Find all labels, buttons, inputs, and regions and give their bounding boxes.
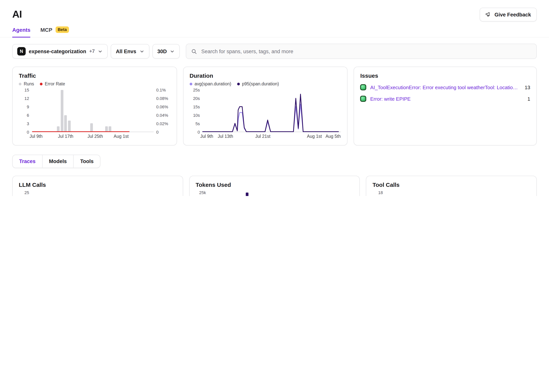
legend-label: p95(span.duration) xyxy=(242,82,279,86)
traffic-chart: 151296300.1%0.08%0.06%0.04%0.02%0Jul 9th… xyxy=(19,90,170,140)
y-tick-label: 9 xyxy=(27,105,29,109)
plot-area xyxy=(32,90,153,132)
legend-entry: Runs xyxy=(19,82,34,86)
issues-card-title: Issues xyxy=(360,72,530,79)
legend-dot xyxy=(189,83,192,85)
duration-card-title: Duration xyxy=(189,72,341,79)
llm-calls-card: LLM Calls 2520151050Jul 9thJul 13thJul 2… xyxy=(12,176,183,196)
x-tick-label: Jul 25th xyxy=(87,134,103,139)
tool-calls-chart: 1815129630Jul 9thJul 13thJul 21stAug 1st… xyxy=(373,193,530,196)
legend-entry: Error Rate xyxy=(40,82,65,86)
tab-models[interactable]: Models xyxy=(43,155,74,168)
chart-plot-row: 25s20s15s10s5s0 xyxy=(189,90,341,132)
project-name: expense-categorization xyxy=(29,49,86,54)
y-tick-label: 10s xyxy=(193,113,200,118)
env-selector-label: All Envs xyxy=(116,49,136,54)
chart-plot-row: 25k20k15k10k5k0 xyxy=(196,193,353,196)
chevron-down-icon xyxy=(98,49,103,54)
legend-dot xyxy=(237,83,240,85)
traffic-legend: RunsError Rate xyxy=(19,82,170,86)
tab-agents[interactable]: Agents xyxy=(12,27,30,37)
time-range-selector[interactable]: 30D xyxy=(152,44,180,59)
axis-spacer xyxy=(153,134,170,140)
y-axis: 2520151050 xyxy=(19,193,32,196)
x-tick-label: Jul 13th xyxy=(218,134,233,139)
y-tick-label-right: 0.04% xyxy=(156,113,168,118)
issue-link[interactable]: Error: write EPIPE xyxy=(370,96,521,102)
y-tick-label-right: 0.06% xyxy=(156,105,168,109)
plot-area xyxy=(385,193,530,196)
legend-label: Error Rate xyxy=(45,82,65,86)
chart-plot-row: 151296300.1%0.08%0.06%0.04%0.02%0 xyxy=(19,90,170,132)
detail-tabs: Traces Models Tools xyxy=(12,155,100,168)
issue-link[interactable]: AI_ToolExecutionError: Error executing t… xyxy=(370,84,518,90)
y-tick-label-right: 0.02% xyxy=(156,121,168,126)
page-header: AI Give Feedback xyxy=(0,0,549,20)
project-selector[interactable]: N expense-categorization +7 xyxy=(12,44,108,59)
issues-card: Issues AI_ToolExecutionError: Error exec… xyxy=(354,67,537,146)
x-axis: Jul 9thJul 17thJul 25thAug 1st xyxy=(19,134,170,140)
megaphone-icon xyxy=(485,12,491,18)
project-icon: N xyxy=(17,47,26,56)
y-tick-label: 0 xyxy=(198,130,200,134)
time-range-label: 30D xyxy=(157,49,167,54)
y-tick-label: 12 xyxy=(25,96,29,101)
issue-count: 1 xyxy=(528,96,530,102)
y-tick-label: 0 xyxy=(27,130,29,134)
y-tick-label: 20s xyxy=(193,96,200,101)
main-tabs: Agents MCP Beta xyxy=(0,26,549,37)
legend-label: Runs xyxy=(24,82,34,86)
x-tick-label: Jul 9th xyxy=(29,134,43,139)
give-feedback-label: Give Feedback xyxy=(494,12,531,17)
detail-tabs-wrap: Traces Models Tools xyxy=(12,155,537,168)
traffic-card: Traffic RunsError Rate 151296300.1%0.08%… xyxy=(12,67,177,146)
chart-line-Error Rate xyxy=(32,90,153,132)
issue-row[interactable]: Error: write EPIPE1 xyxy=(360,96,530,102)
project-extra-count: +7 xyxy=(89,49,95,54)
tokens-used-card: Tokens Used 25k20k15k10k5k0Jul 9thJul 13… xyxy=(189,176,360,196)
issue-icon xyxy=(360,96,366,102)
tool-calls-card-title: Tool Calls xyxy=(373,182,530,188)
y-tick-label: 15s xyxy=(193,105,200,109)
duration-chart: 25s20s15s10s5s0Jul 9thJul 13thJul 21stAu… xyxy=(189,90,341,140)
tab-traces[interactable]: Traces xyxy=(13,155,43,168)
search-icon xyxy=(191,49,197,54)
tab-mcp-label: MCP xyxy=(40,27,52,33)
y-tick-label: 3 xyxy=(27,121,29,126)
env-selector[interactable]: All Envs xyxy=(111,44,150,59)
y-axis: 25k20k15k10k5k0 xyxy=(196,193,209,196)
ai-dashboard: AI Give Feedback Agents MCP Beta N expen… xyxy=(0,0,549,196)
tab-mcp[interactable]: MCP Beta xyxy=(40,26,69,37)
issues-list: AI_ToolExecutionError: Error executing t… xyxy=(360,84,530,102)
metric-cards: LLM Calls 2520151050Jul 9thJul 13thJul 2… xyxy=(12,176,537,196)
page-title: AI xyxy=(12,8,537,20)
y-tick-label-right: 0.1% xyxy=(156,88,166,92)
chevron-down-icon xyxy=(170,49,175,54)
tab-agents-label: Agents xyxy=(12,27,30,33)
y-tick-label: 25 xyxy=(25,190,29,195)
chevron-down-icon xyxy=(139,49,144,54)
y-tick-label: 5s xyxy=(195,121,200,126)
duration-card: Duration avg(span.duration)p95(span.dura… xyxy=(183,67,348,146)
tokens-used-card-title: Tokens Used xyxy=(196,182,353,188)
traffic-card-title: Traffic xyxy=(19,72,170,79)
search-bar[interactable] xyxy=(186,44,537,59)
legend-entry: avg(span.duration) xyxy=(189,82,231,86)
x-tick-label: Aug 5th xyxy=(325,134,341,139)
y-tick-label: 6 xyxy=(27,113,29,118)
search-input[interactable] xyxy=(200,48,531,55)
chart-line-p95(span.duration) xyxy=(202,90,341,132)
duration-legend: avg(span.duration)p95(span.duration) xyxy=(189,82,341,86)
x-tick-label: Aug 1st xyxy=(307,134,322,139)
give-feedback-button[interactable]: Give Feedback xyxy=(479,8,537,21)
y-tick-label: 18 xyxy=(378,190,383,195)
x-tick-label: Jul 9th xyxy=(200,134,213,139)
legend-dot xyxy=(40,83,43,85)
tool-calls-card: Tool Calls 1815129630Jul 9thJul 13thJul … xyxy=(366,176,537,196)
issue-count: 13 xyxy=(525,84,530,90)
y-axis: 25s20s15s10s5s0 xyxy=(189,90,202,132)
tab-tools[interactable]: Tools xyxy=(74,155,100,168)
x-tick-label: Jul 17th xyxy=(58,134,73,139)
y-axis: 1815129630 xyxy=(373,193,385,196)
issue-row[interactable]: AI_ToolExecutionError: Error executing t… xyxy=(360,84,530,90)
